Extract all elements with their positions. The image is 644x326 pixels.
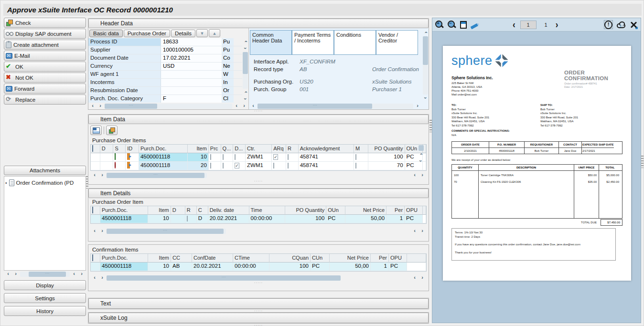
- scroll-thumb[interactable]: [107, 275, 341, 281]
- col-cquan[interactable]: CQuan: [269, 254, 311, 263]
- col-conf-date[interactable]: ConfDate: [192, 254, 233, 263]
- col-m[interactable]: M: [354, 145, 368, 153]
- header-data-panel-title[interactable]: Header Data: [88, 19, 429, 28]
- highlighter-icon[interactable]: [471, 23, 479, 29]
- po-item-row-10[interactable]: 4500001118 10 ZWM1 ✓ 458741 100 PC: [91, 153, 426, 162]
- panel-splitter-handle[interactable]: ·····: [88, 324, 429, 326]
- col-net-price[interactable]: Net Price: [345, 206, 386, 215]
- scroll-left-icon[interactable]: ‹: [91, 275, 98, 281]
- history-button[interactable]: History: [4, 306, 86, 316]
- scroll-right-icon[interactable]: ›: [78, 271, 85, 277]
- select-all-header[interactable]: [91, 145, 100, 153]
- sort-down-icon[interactable]: ▼: [196, 29, 208, 37]
- forward-button[interactable]: Forward: [4, 84, 86, 94]
- q-checkbox[interactable]: [223, 154, 224, 160]
- scroll-right-icon[interactable]: ›: [97, 103, 104, 109]
- scroll-down-icon[interactable]: ›: [243, 45, 248, 52]
- panel-splitter-handle[interactable]: ·····: [88, 109, 429, 113]
- alert-icon[interactable]: [604, 20, 613, 29]
- col-d[interactable]: D: [171, 206, 185, 215]
- scroll-track[interactable]: [107, 229, 226, 234]
- col-purch-doc[interactable]: Purch.Doc.: [139, 145, 188, 153]
- settings-button[interactable]: Settings: [4, 293, 86, 303]
- previous-page-icon[interactable]: ‹: [513, 19, 515, 31]
- scroll-right-icon[interactable]: ›: [419, 275, 426, 281]
- col-oun[interactable]: OUn: [326, 206, 345, 215]
- scroll-thumb[interactable]: [107, 229, 224, 234]
- panel-splitter-handle[interactable]: ·····: [88, 179, 429, 183]
- col-c[interactable]: C: [197, 206, 208, 215]
- scroll-right-icon[interactable]: ›: [99, 172, 106, 178]
- scroll-right-icon[interactable]: ›: [99, 228, 106, 234]
- display-sap-document-button[interactable]: Display SAP document: [4, 29, 86, 39]
- m-checkbox[interactable]: [355, 163, 356, 168]
- po-items-hscrollbar[interactable]: ‹ › ‹ ›: [90, 172, 427, 179]
- col-d[interactable]: D: [100, 145, 114, 153]
- scroll-left-icon[interactable]: ‹: [91, 172, 98, 178]
- check-items-button[interactable]: [106, 126, 118, 135]
- tab-conditions[interactable]: Conditions: [334, 30, 376, 55]
- scroll-right-icon[interactable]: ›: [419, 172, 426, 178]
- fit-page-icon[interactable]: [460, 21, 467, 29]
- col-po-quantity[interactable]: PO Quantity: [368, 145, 405, 153]
- scroll-track[interactable]: [107, 275, 258, 281]
- po-item-hscrollbar[interactable]: ‹ › ‹ ›: [90, 228, 427, 234]
- r-checkbox[interactable]: [288, 154, 289, 160]
- col-cc[interactable]: CC: [171, 254, 192, 263]
- attachments-header[interactable]: Attachments: [4, 166, 86, 175]
- tab-details[interactable]: Details: [171, 30, 195, 37]
- scroll-left-icon[interactable]: ‹: [411, 275, 418, 281]
- col-purch-doc[interactable]: Purch.Doc.: [100, 254, 148, 263]
- detail-vscrollbar[interactable]: › ›: [422, 29, 429, 102]
- scroll-track[interactable]: [243, 52, 248, 89]
- attachment-item[interactable]: • Order Confirmation (PD: [5, 179, 85, 186]
- header-fields-hscrollbar[interactable]: ‹ › ‹ ›: [88, 103, 248, 109]
- text-panel-title[interactable]: Text: [88, 298, 429, 309]
- scroll-right-icon[interactable]: ›: [414, 103, 421, 109]
- col-item[interactable]: Item: [148, 254, 171, 263]
- next-page-icon[interactable]: ›: [556, 19, 558, 31]
- field-row-process-id[interactable]: Process ID 18633 Pu: [88, 38, 242, 46]
- col-ctr[interactable]: Ctr.: [246, 145, 272, 153]
- replace-button[interactable]: Replace: [4, 95, 86, 105]
- po-item-detail-row[interactable]: 4500001118 10 D 20.02.2021 00:00:00 100 …: [91, 215, 426, 223]
- r-checkbox[interactable]: [288, 163, 289, 168]
- check-button[interactable]: Check: [4, 18, 86, 28]
- col-time[interactable]: Time: [249, 206, 286, 215]
- po-items-vscrollbar[interactable]: › ›: [418, 145, 424, 164]
- scroll-up-icon[interactable]: ›: [418, 151, 424, 158]
- confirmation-hscrollbar[interactable]: ‹ › ‹ ›: [90, 274, 427, 281]
- d-checkbox[interactable]: [235, 154, 236, 160]
- scroll-up-icon[interactable]: ›: [243, 39, 248, 45]
- scroll-track[interactable]: [258, 104, 413, 109]
- col-acknowledgment[interactable]: Acknowledgment: [299, 145, 354, 153]
- col-deliv-date[interactable]: Deliv. date: [208, 206, 249, 215]
- scroll-left-icon[interactable]: ‹: [411, 228, 418, 234]
- q-checkbox[interactable]: [223, 163, 224, 168]
- col-ctime[interactable]: CTime: [233, 254, 269, 263]
- scroll-thumb[interactable]: [243, 52, 248, 74]
- zoom-in-icon[interactable]: +: [435, 21, 444, 29]
- field-row-incoterms[interactable]: Incoterms In: [88, 79, 242, 87]
- tab-purchase-order[interactable]: Purchase Order: [124, 30, 170, 37]
- tab-payment-terms[interactable]: Payment Terms / Incoterms: [292, 30, 334, 55]
- attachments-hscrollbar[interactable]: ‹ › ‹ ›: [4, 271, 86, 277]
- col-purch-doc[interactable]: Purch.Doc.: [100, 206, 148, 215]
- panel-splitter-handle[interactable]: ·····: [88, 281, 429, 284]
- scroll-down-icon[interactable]: ›: [418, 158, 424, 164]
- scroll-thumb[interactable]: [258, 104, 372, 109]
- item-data-panel-title[interactable]: Item Data: [88, 115, 429, 124]
- col-r[interactable]: R: [286, 145, 299, 153]
- col-arq[interactable]: ARq: [272, 145, 286, 153]
- arq-checkbox[interactable]: [273, 163, 274, 168]
- scroll-track[interactable]: [423, 36, 428, 95]
- scroll-track[interactable]: [20, 272, 70, 277]
- field-row-currency[interactable]: Currency USD Ne: [88, 63, 242, 71]
- m-checkbox[interactable]: [355, 154, 356, 160]
- col-opu[interactable]: OPU: [389, 254, 407, 263]
- scroll-down-icon[interactable]: ›: [423, 95, 429, 101]
- sort-up-icon[interactable]: ▲: [209, 29, 220, 37]
- col-po-quantity[interactable]: PO Quantity: [285, 206, 326, 215]
- display-button[interactable]: Display: [4, 280, 86, 290]
- scroll-track[interactable]: [107, 173, 207, 178]
